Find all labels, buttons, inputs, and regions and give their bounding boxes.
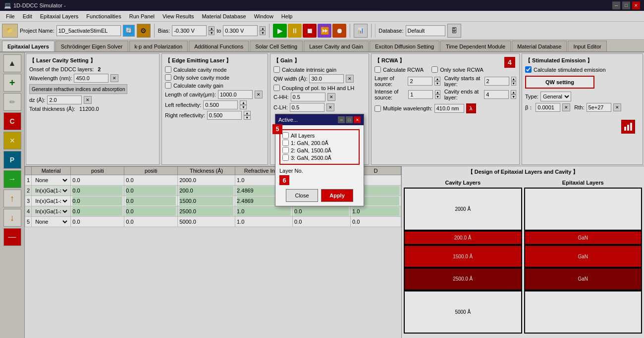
modal-number-6: 6 <box>279 175 289 185</box>
checkbox-group: All Layers 1: GaN, 200.0Å 2: GaN, 1500.0… <box>279 129 360 165</box>
modal-title: Active... <box>278 117 298 123</box>
modal-close-x[interactable]: ✕ <box>354 116 361 123</box>
layer1-label: 1: GaN, 200.0Å <box>291 140 328 146</box>
layer2-checkbox[interactable] <box>282 147 289 153</box>
modal-overlay: Active... ─ □ ✕ 5 All Layers 1: GaN, 200 <box>0 0 644 338</box>
modal-number-5: 5 <box>272 124 282 134</box>
layer2-label: 2: GaN, 1500.0Å <box>291 147 331 153</box>
modal-body: 5 All Layers 1: GaN, 200.0Å 2: GaN, 1500… <box>275 125 364 206</box>
layer-no-label: Layer No. <box>279 168 360 174</box>
active-modal: Active... ─ □ ✕ 5 All Layers 1: GaN, 200 <box>275 114 364 206</box>
layer3-label: 3: GaN, 2500.0Å <box>291 155 331 161</box>
modal-buttons: Close Apply <box>279 189 360 202</box>
modal-apply-button[interactable]: Apply <box>321 189 353 202</box>
layer3-checkbox[interactable] <box>282 154 289 161</box>
all-layers-label: All Layers <box>291 133 315 139</box>
modal-minimize[interactable]: ─ <box>338 116 345 123</box>
modal-close-button[interactable]: Close <box>286 189 318 202</box>
layer1-checkbox[interactable] <box>282 140 289 146</box>
modal-maximize[interactable]: □ <box>346 116 353 123</box>
modal-title-bar: Active... ─ □ ✕ <box>275 114 364 125</box>
all-layers-checkbox[interactable] <box>282 132 289 139</box>
